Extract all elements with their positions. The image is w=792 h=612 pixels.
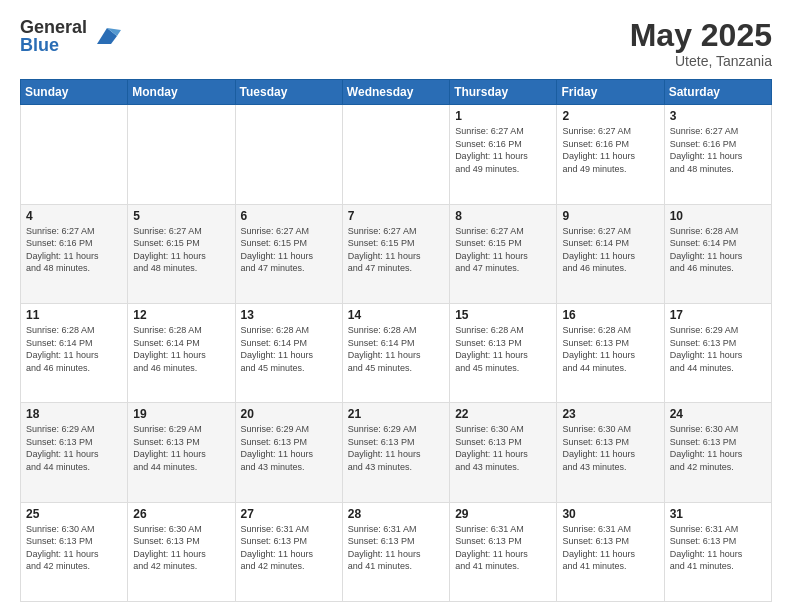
day-number: 29 — [455, 507, 551, 521]
day-number: 23 — [562, 407, 658, 421]
day-info: Sunrise: 6:31 AM Sunset: 6:13 PM Dayligh… — [455, 523, 551, 573]
day-info: Sunrise: 6:27 AM Sunset: 6:15 PM Dayligh… — [133, 225, 229, 275]
calendar-cell: 29Sunrise: 6:31 AM Sunset: 6:13 PM Dayli… — [450, 502, 557, 601]
col-saturday: Saturday — [664, 80, 771, 105]
calendar-cell: 28Sunrise: 6:31 AM Sunset: 6:13 PM Dayli… — [342, 502, 449, 601]
calendar-cell: 16Sunrise: 6:28 AM Sunset: 6:13 PM Dayli… — [557, 303, 664, 402]
logo-blue: Blue — [20, 36, 87, 54]
calendar-cell: 14Sunrise: 6:28 AM Sunset: 6:14 PM Dayli… — [342, 303, 449, 402]
day-number: 1 — [455, 109, 551, 123]
day-number: 14 — [348, 308, 444, 322]
day-info: Sunrise: 6:27 AM Sunset: 6:16 PM Dayligh… — [455, 125, 551, 175]
calendar-header-row: Sunday Monday Tuesday Wednesday Thursday… — [21, 80, 772, 105]
calendar-cell: 23Sunrise: 6:30 AM Sunset: 6:13 PM Dayli… — [557, 403, 664, 502]
day-number: 27 — [241, 507, 337, 521]
col-friday: Friday — [557, 80, 664, 105]
day-info: Sunrise: 6:31 AM Sunset: 6:13 PM Dayligh… — [241, 523, 337, 573]
calendar-week-row: 18Sunrise: 6:29 AM Sunset: 6:13 PM Dayli… — [21, 403, 772, 502]
day-number: 12 — [133, 308, 229, 322]
calendar-cell: 20Sunrise: 6:29 AM Sunset: 6:13 PM Dayli… — [235, 403, 342, 502]
col-tuesday: Tuesday — [235, 80, 342, 105]
calendar-cell: 25Sunrise: 6:30 AM Sunset: 6:13 PM Dayli… — [21, 502, 128, 601]
day-info: Sunrise: 6:27 AM Sunset: 6:16 PM Dayligh… — [670, 125, 766, 175]
day-info: Sunrise: 6:28 AM Sunset: 6:14 PM Dayligh… — [348, 324, 444, 374]
day-info: Sunrise: 6:30 AM Sunset: 6:13 PM Dayligh… — [562, 423, 658, 473]
calendar-cell: 3Sunrise: 6:27 AM Sunset: 6:16 PM Daylig… — [664, 105, 771, 204]
day-info: Sunrise: 6:28 AM Sunset: 6:14 PM Dayligh… — [133, 324, 229, 374]
calendar-cell: 10Sunrise: 6:28 AM Sunset: 6:14 PM Dayli… — [664, 204, 771, 303]
day-info: Sunrise: 6:30 AM Sunset: 6:13 PM Dayligh… — [670, 423, 766, 473]
day-info: Sunrise: 6:27 AM Sunset: 6:16 PM Dayligh… — [562, 125, 658, 175]
header: General Blue May 2025 Utete, Tanzania — [20, 18, 772, 69]
day-info: Sunrise: 6:28 AM Sunset: 6:13 PM Dayligh… — [455, 324, 551, 374]
day-number: 20 — [241, 407, 337, 421]
day-info: Sunrise: 6:29 AM Sunset: 6:13 PM Dayligh… — [348, 423, 444, 473]
calendar-cell: 2Sunrise: 6:27 AM Sunset: 6:16 PM Daylig… — [557, 105, 664, 204]
day-info: Sunrise: 6:27 AM Sunset: 6:14 PM Dayligh… — [562, 225, 658, 275]
calendar-cell: 27Sunrise: 6:31 AM Sunset: 6:13 PM Dayli… — [235, 502, 342, 601]
calendar-cell: 8Sunrise: 6:27 AM Sunset: 6:15 PM Daylig… — [450, 204, 557, 303]
day-number: 2 — [562, 109, 658, 123]
calendar-cell: 21Sunrise: 6:29 AM Sunset: 6:13 PM Dayli… — [342, 403, 449, 502]
calendar-cell: 7Sunrise: 6:27 AM Sunset: 6:15 PM Daylig… — [342, 204, 449, 303]
day-number: 6 — [241, 209, 337, 223]
calendar-cell: 18Sunrise: 6:29 AM Sunset: 6:13 PM Dayli… — [21, 403, 128, 502]
calendar-cell: 9Sunrise: 6:27 AM Sunset: 6:14 PM Daylig… — [557, 204, 664, 303]
day-number: 25 — [26, 507, 122, 521]
calendar-table: Sunday Monday Tuesday Wednesday Thursday… — [20, 79, 772, 602]
calendar-week-row: 1Sunrise: 6:27 AM Sunset: 6:16 PM Daylig… — [21, 105, 772, 204]
calendar-cell: 13Sunrise: 6:28 AM Sunset: 6:14 PM Dayli… — [235, 303, 342, 402]
day-info: Sunrise: 6:29 AM Sunset: 6:13 PM Dayligh… — [670, 324, 766, 374]
calendar-cell: 19Sunrise: 6:29 AM Sunset: 6:13 PM Dayli… — [128, 403, 235, 502]
day-number: 8 — [455, 209, 551, 223]
logo-text: General Blue — [20, 18, 87, 54]
day-info: Sunrise: 6:30 AM Sunset: 6:13 PM Dayligh… — [26, 523, 122, 573]
col-wednesday: Wednesday — [342, 80, 449, 105]
day-number: 9 — [562, 209, 658, 223]
calendar-cell: 5Sunrise: 6:27 AM Sunset: 6:15 PM Daylig… — [128, 204, 235, 303]
day-info: Sunrise: 6:31 AM Sunset: 6:13 PM Dayligh… — [670, 523, 766, 573]
calendar-cell — [235, 105, 342, 204]
calendar-cell: 30Sunrise: 6:31 AM Sunset: 6:13 PM Dayli… — [557, 502, 664, 601]
calendar-cell: 15Sunrise: 6:28 AM Sunset: 6:13 PM Dayli… — [450, 303, 557, 402]
day-info: Sunrise: 6:27 AM Sunset: 6:15 PM Dayligh… — [455, 225, 551, 275]
calendar-cell — [128, 105, 235, 204]
day-info: Sunrise: 6:27 AM Sunset: 6:15 PM Dayligh… — [241, 225, 337, 275]
calendar-cell: 26Sunrise: 6:30 AM Sunset: 6:13 PM Dayli… — [128, 502, 235, 601]
day-number: 16 — [562, 308, 658, 322]
calendar-week-row: 11Sunrise: 6:28 AM Sunset: 6:14 PM Dayli… — [21, 303, 772, 402]
day-number: 4 — [26, 209, 122, 223]
day-info: Sunrise: 6:29 AM Sunset: 6:13 PM Dayligh… — [241, 423, 337, 473]
title-month: May 2025 — [630, 18, 772, 53]
calendar-cell — [21, 105, 128, 204]
day-number: 22 — [455, 407, 551, 421]
col-thursday: Thursday — [450, 80, 557, 105]
calendar-cell: 1Sunrise: 6:27 AM Sunset: 6:16 PM Daylig… — [450, 105, 557, 204]
day-info: Sunrise: 6:30 AM Sunset: 6:13 PM Dayligh… — [455, 423, 551, 473]
day-number: 5 — [133, 209, 229, 223]
day-info: Sunrise: 6:28 AM Sunset: 6:13 PM Dayligh… — [562, 324, 658, 374]
day-number: 10 — [670, 209, 766, 223]
calendar-cell: 24Sunrise: 6:30 AM Sunset: 6:13 PM Dayli… — [664, 403, 771, 502]
calendar-cell: 12Sunrise: 6:28 AM Sunset: 6:14 PM Dayli… — [128, 303, 235, 402]
day-info: Sunrise: 6:30 AM Sunset: 6:13 PM Dayligh… — [133, 523, 229, 573]
calendar-cell: 31Sunrise: 6:31 AM Sunset: 6:13 PM Dayli… — [664, 502, 771, 601]
calendar-cell: 22Sunrise: 6:30 AM Sunset: 6:13 PM Dayli… — [450, 403, 557, 502]
day-number: 31 — [670, 507, 766, 521]
title-section: May 2025 Utete, Tanzania — [630, 18, 772, 69]
day-info: Sunrise: 6:28 AM Sunset: 6:14 PM Dayligh… — [26, 324, 122, 374]
day-number: 19 — [133, 407, 229, 421]
calendar-cell: 4Sunrise: 6:27 AM Sunset: 6:16 PM Daylig… — [21, 204, 128, 303]
day-number: 30 — [562, 507, 658, 521]
day-number: 17 — [670, 308, 766, 322]
day-info: Sunrise: 6:29 AM Sunset: 6:13 PM Dayligh… — [26, 423, 122, 473]
day-number: 13 — [241, 308, 337, 322]
calendar-cell: 6Sunrise: 6:27 AM Sunset: 6:15 PM Daylig… — [235, 204, 342, 303]
day-info: Sunrise: 6:28 AM Sunset: 6:14 PM Dayligh… — [241, 324, 337, 374]
day-number: 24 — [670, 407, 766, 421]
calendar-cell: 17Sunrise: 6:29 AM Sunset: 6:13 PM Dayli… — [664, 303, 771, 402]
day-info: Sunrise: 6:28 AM Sunset: 6:14 PM Dayligh… — [670, 225, 766, 275]
day-info: Sunrise: 6:31 AM Sunset: 6:13 PM Dayligh… — [562, 523, 658, 573]
day-number: 15 — [455, 308, 551, 322]
day-number: 26 — [133, 507, 229, 521]
